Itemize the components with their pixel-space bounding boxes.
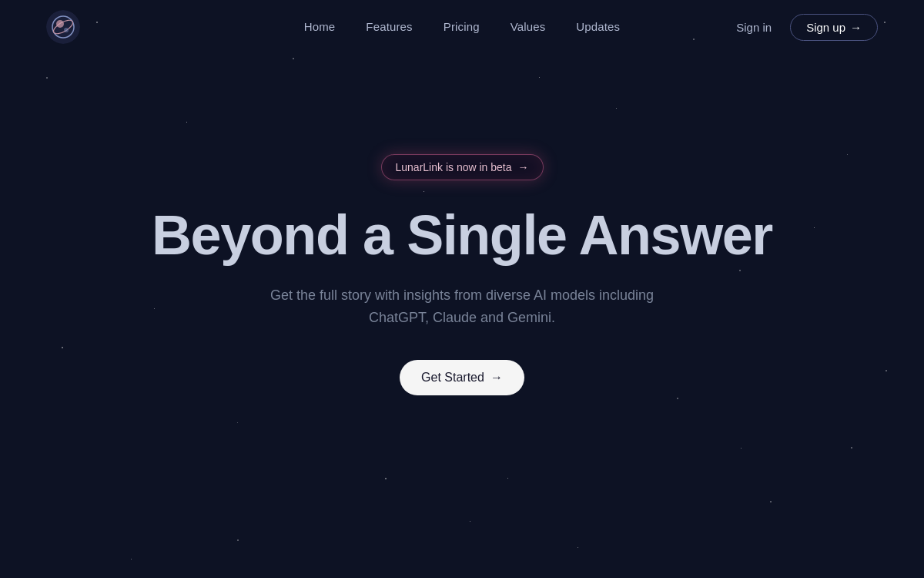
nav-item-pricing[interactable]: Pricing (444, 20, 480, 34)
logo-icon (46, 10, 80, 44)
hero-subtitle: Get the full story with insights from di… (239, 284, 685, 329)
cta-arrow-icon: → (490, 371, 503, 385)
svg-point-3 (56, 20, 64, 28)
svg-point-4 (64, 28, 69, 32)
arrow-right-icon: → (850, 21, 862, 34)
nav-link-updates[interactable]: Updates (576, 20, 620, 33)
sign-up-button[interactable]: Sign up → (790, 14, 878, 41)
nav-link-home[interactable]: Home (304, 20, 336, 33)
badge-text: LunarLink is now in beta (396, 161, 512, 173)
get-started-button[interactable]: Get Started → (400, 360, 524, 395)
nav-auth: Sign in Sign up → (736, 14, 878, 41)
hero-section: LunarLink is now in beta → Beyond a Sing… (0, 54, 924, 395)
nav-item-features[interactable]: Features (366, 20, 412, 34)
sign-in-button[interactable]: Sign in (736, 21, 772, 34)
svg-point-0 (46, 10, 80, 44)
nav-link-pricing[interactable]: Pricing (444, 20, 480, 33)
nav-item-values[interactable]: Values (511, 20, 546, 34)
nav-item-home[interactable]: Home (304, 20, 336, 34)
nav-item-updates[interactable]: Updates (576, 20, 620, 34)
navbar: Home Features Pricing Values Updates Sig… (0, 0, 924, 54)
beta-badge[interactable]: LunarLink is now in beta → (381, 154, 544, 180)
nav-link-features[interactable]: Features (366, 20, 412, 33)
nav-link-values[interactable]: Values (511, 20, 546, 33)
hero-title: Beyond a Single Answer (152, 205, 772, 266)
logo[interactable] (46, 10, 80, 44)
badge-arrow-icon: → (518, 161, 529, 173)
get-started-label: Get Started (421, 371, 484, 385)
sign-up-label: Sign up (806, 21, 845, 34)
nav-links: Home Features Pricing Values Updates (304, 20, 621, 34)
